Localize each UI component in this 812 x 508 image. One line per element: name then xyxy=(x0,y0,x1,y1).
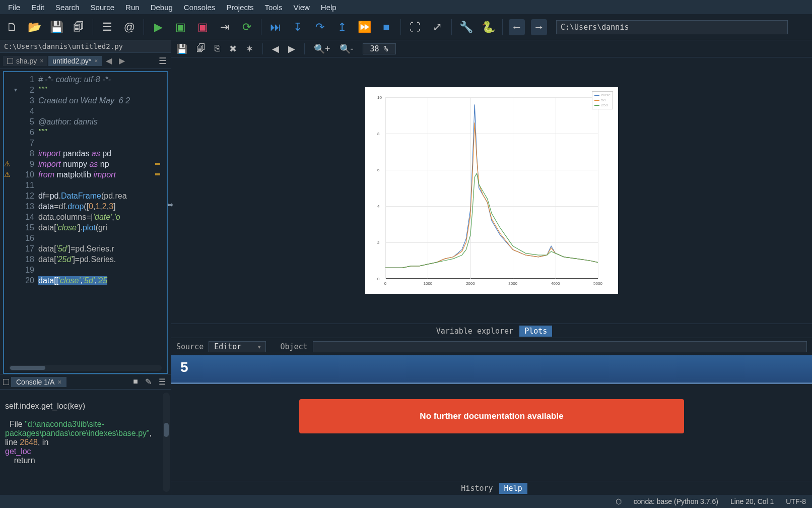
close-tab-icon[interactable]: × xyxy=(40,57,43,65)
console-text: return xyxy=(14,456,35,465)
zoom-in-icon[interactable]: 🔍+ xyxy=(314,43,330,54)
menu-tools[interactable]: Tools xyxy=(260,2,288,13)
console-text: , in xyxy=(38,438,48,447)
help-source-label: Source xyxy=(176,342,204,351)
copy-plot-icon[interactable]: ⎘ xyxy=(215,43,220,54)
console-menu-icon[interactable]: ☰ xyxy=(159,377,166,387)
menu-debug[interactable]: Debug xyxy=(146,2,178,13)
menu-search[interactable]: Search xyxy=(50,2,85,13)
run-cell-advance-icon[interactable]: ▣ xyxy=(194,19,211,35)
at-icon[interactable]: @ xyxy=(121,19,138,35)
close-tab-icon[interactable]: × xyxy=(94,57,98,65)
help-pane-tabs: History Help xyxy=(171,481,812,495)
zoom-out-icon[interactable]: 🔍- xyxy=(340,43,354,54)
editor-tab-label: untitled2.py* xyxy=(52,57,91,65)
rerun-icon[interactable]: ⟳ xyxy=(239,19,255,35)
save-all-icon[interactable]: 🗐 xyxy=(71,19,87,35)
run-icon[interactable]: ▶ xyxy=(150,19,166,35)
working-dir-input[interactable]: C:\Users\dannis xyxy=(556,20,788,34)
plot-figure: close5d25d 0246810010002000300040005000 xyxy=(365,87,618,294)
status-bar: ⬡ conda: base (Python 3.7.6) Line 20, Co… xyxy=(0,495,812,508)
console-tab[interactable]: Console 1/A × xyxy=(11,377,66,387)
console-text: "d:\anaconda3\lib\site-packages\pandas\c… xyxy=(5,420,150,437)
debug-step-icon[interactable]: ⏭ xyxy=(267,19,284,35)
menu-source[interactable]: Source xyxy=(86,2,120,13)
menu-run[interactable]: Run xyxy=(120,2,145,13)
save-all-plots-icon[interactable]: 🗐 xyxy=(196,43,206,54)
outline-icon[interactable]: ☰ xyxy=(99,19,115,35)
console-text: 2648 xyxy=(20,438,38,447)
plot-toolbar: 💾 🗐 ⎘ ✖ ✶ ◀ ▶ 🔍+ 🔍- 38 % xyxy=(171,40,812,57)
console-text: self.index.get_loc(key) xyxy=(5,402,85,410)
run-selection-icon[interactable]: ⇥ xyxy=(217,19,233,35)
forward-icon[interactable]: → xyxy=(531,19,547,35)
status-cube-icon: ⬡ xyxy=(616,497,622,505)
code-editor[interactable]: 1234567891011121314151617181920 # -*- co… xyxy=(3,71,168,374)
debug-out-icon[interactable]: ↥ xyxy=(334,19,350,35)
splitter-handle-icon[interactable]: ⇔ xyxy=(167,201,173,209)
editor-tab-bar: sha.py × untitled2.py* × ◀ ▶ ☰ xyxy=(0,53,171,69)
menu-view[interactable]: View xyxy=(289,2,315,13)
status-encoding: UTF-8 xyxy=(786,497,806,505)
help-object-label: Object xyxy=(280,342,307,351)
console-pane: Console 1/A × ■ ✎ ☰ self.index.get_loc(k… xyxy=(0,374,171,495)
menu-file[interactable]: File xyxy=(3,2,25,13)
editor-path-bar: C:\Users\dannis\untitled2.py xyxy=(0,40,171,53)
console-output[interactable]: self.index.get_loc(key) File "d:\anacond… xyxy=(0,390,171,495)
menu-consoles[interactable]: Consoles xyxy=(179,2,221,13)
debug-over-icon[interactable]: ↷ xyxy=(312,19,328,35)
plot-pane-tabs: Variable explorer Plots xyxy=(171,324,812,338)
save-plot-icon[interactable]: 💾 xyxy=(176,43,187,54)
status-env[interactable]: conda: base (Python 3.7.6) xyxy=(634,497,718,505)
close-console-icon[interactable]: × xyxy=(57,378,61,386)
remove-all-plots-icon[interactable]: ✶ xyxy=(246,43,253,54)
interrupt-kernel-icon[interactable]: ■ xyxy=(133,377,138,387)
help-object-input[interactable] xyxy=(313,341,807,352)
open-file-icon[interactable]: 📂 xyxy=(26,19,42,35)
tab-scroll-right-icon[interactable]: ▶ xyxy=(116,56,128,66)
back-icon[interactable]: ← xyxy=(509,19,525,35)
zoom-value: 38 % xyxy=(363,43,396,54)
debug-stop-icon[interactable]: ■ xyxy=(378,19,394,35)
help-title: 5 xyxy=(171,355,812,384)
next-plot-icon[interactable]: ▶ xyxy=(288,43,295,54)
tab-variable-explorer[interactable]: Variable explorer xyxy=(431,326,519,337)
debug-into-icon[interactable]: ↧ xyxy=(290,19,306,35)
plot-pane: 💾 🗐 ⎘ ✖ ✶ ◀ ▶ 🔍+ 🔍- 38 % c xyxy=(171,40,812,338)
chart-legend: close5d25d xyxy=(592,91,613,109)
editor-tab-label: sha.py xyxy=(16,57,37,65)
menu-projects[interactable]: Projects xyxy=(221,2,258,13)
editor-tab[interactable]: untitled2.py* × xyxy=(48,56,102,66)
file-icon xyxy=(7,58,13,64)
remove-plot-icon[interactable]: ✖ xyxy=(229,43,237,54)
prev-plot-icon[interactable]: ◀ xyxy=(272,43,279,54)
debug-continue-icon[interactable]: ⏩ xyxy=(356,19,372,35)
tab-menu-icon[interactable]: ☰ xyxy=(155,54,171,68)
menu-edit[interactable]: Edit xyxy=(26,2,49,13)
console-text: get_loc xyxy=(5,447,31,456)
status-cursor: Line 20, Col 1 xyxy=(730,497,774,505)
python-path-icon[interactable]: 🐍 xyxy=(480,19,496,35)
fullscreen-icon[interactable]: ⤢ xyxy=(429,19,445,35)
tab-scroll-left-icon[interactable]: ◀ xyxy=(103,56,115,66)
help-pane: Source Editor Object 5 No further docume… xyxy=(171,338,812,495)
new-file-icon[interactable]: 🗋 xyxy=(4,19,20,35)
clear-console-icon[interactable]: ✎ xyxy=(145,377,152,387)
preferences-icon[interactable]: 🔧 xyxy=(458,19,474,35)
run-cell-icon[interactable]: ▣ xyxy=(172,19,188,35)
menu-help[interactable]: Help xyxy=(316,2,342,13)
console-v-scrollbar[interactable] xyxy=(163,393,170,492)
tab-plots[interactable]: Plots xyxy=(519,326,552,337)
save-icon[interactable]: 💾 xyxy=(48,19,64,35)
maximize-pane-icon[interactable]: ⛶ xyxy=(407,19,423,35)
console-text: File xyxy=(10,420,23,428)
tab-help[interactable]: Help xyxy=(499,483,527,494)
editor-tab[interactable]: sha.py × xyxy=(3,56,47,66)
editor-h-scrollbar[interactable] xyxy=(9,365,162,371)
console-tab-label: Console 1/A xyxy=(16,378,54,386)
menu-bar: FileEditSearchSourceRunDebugConsolesProj… xyxy=(0,0,812,14)
main-toolbar: 🗋 📂 💾 🗐 ☰ @ ▶ ▣ ▣ ⇥ ⟳ ⏭ ↧ ↷ ↥ ⏩ ■ ⛶ ⤢ 🔧 … xyxy=(0,14,812,40)
help-source-combo[interactable]: Editor xyxy=(209,341,266,352)
tab-history[interactable]: History xyxy=(456,483,498,494)
help-alert: No further documentation available xyxy=(299,399,684,433)
